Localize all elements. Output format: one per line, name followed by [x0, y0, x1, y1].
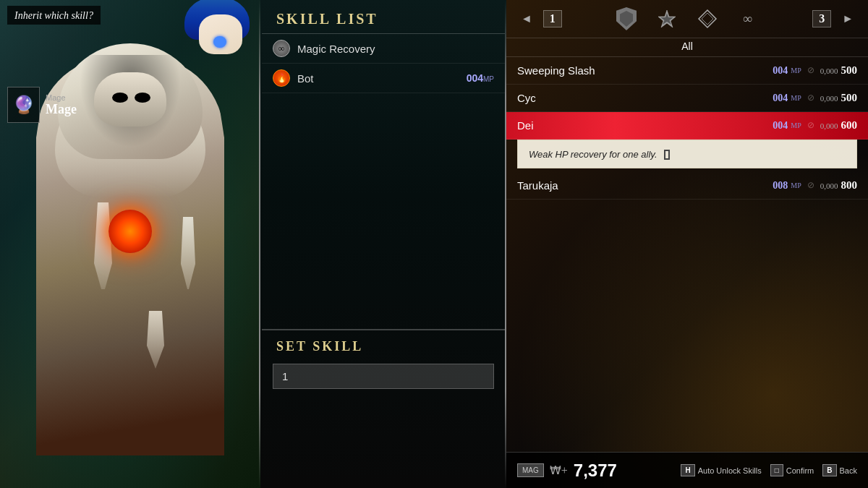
char-class: Mage — [46, 93, 137, 102]
mag-area: MAG ₩+ 7,377 — [517, 461, 617, 481]
skill-name-sweeping-slash: Sweeping Slash — [517, 64, 773, 77]
inherit-prompt: Inherit which skill? — [7, 6, 101, 25]
skill-item-magic-recovery[interactable]: ∞ Magic Recovery — [262, 34, 505, 64]
nav-page-num: 1 — [543, 10, 562, 27]
nav-icons: ∞ — [569, 6, 805, 32]
blue-face — [199, 14, 242, 54]
skill-row-cyc[interactable]: Cyc 004MP ⊘ 0,000500 — [506, 85, 868, 112]
skill-row-sweeping-slash[interactable]: Sweeping Slash 004MP ⊘ 0,000500 — [506, 57, 868, 85]
shield-shape — [616, 7, 637, 30]
mag-icon-sym: ₩+ — [550, 463, 568, 477]
mag-label: MAG — [517, 463, 544, 477]
drip-3 — [145, 311, 166, 369]
nav-icon-diamond[interactable] — [694, 6, 720, 32]
blue-hair-character — [181, 0, 253, 58]
nav-right-arrow[interactable]: ► — [838, 11, 857, 27]
nav-icon-star[interactable] — [654, 6, 680, 32]
control-back[interactable]: B Back — [822, 464, 857, 476]
skill-stats-cyc: 004MP ⊘ 0,000500 — [773, 92, 857, 104]
char-info-box: 🔮 Mage Mage — [7, 87, 137, 123]
infinity-icon: ∞ — [273, 40, 290, 57]
infinity-symbol: ∞ — [744, 12, 753, 27]
char-icon: 🔮 — [7, 87, 40, 123]
skill-name-bot: Bot — [297, 72, 461, 85]
key-h: H — [681, 464, 694, 476]
drip-2 — [181, 217, 195, 289]
skill-stats-tarukaja: 008MP ⊘ 0,000800 — [773, 179, 857, 192]
mag-amount: 7,377 — [574, 461, 617, 481]
skill-tooltip-text: Weak HP recovery for one ally. — [529, 149, 658, 160]
skill-mp-bot: 004MP — [467, 72, 494, 84]
skill-stats-dei: 004MP ⊘ 0,000600 — [773, 119, 857, 132]
char-name: Mage — [46, 102, 137, 117]
nav-left-arrow[interactable]: ◄ — [517, 11, 536, 27]
divider-left — [259, 0, 260, 488]
fire-icon: 🔥 — [273, 69, 290, 87]
all-label: All — [506, 38, 868, 57]
label-confirm: Confirm — [786, 466, 814, 475]
chest-orb — [109, 210, 152, 253]
bottom-bar: MAG ₩+ 7,377 H Auto Unlock Skills □ Conf… — [506, 452, 868, 488]
label-back: Back — [840, 466, 857, 475]
skill-list-title: Skill List — [262, 0, 505, 34]
nav-page-num2: 3 — [812, 10, 831, 27]
skill-tooltip: Weak HP recovery for one ally. — [517, 140, 857, 168]
skill-stats-sweeping-slash: 004MP ⊘ 0,000500 — [773, 64, 857, 77]
skill-item-bot[interactable]: 🔥 Bot 004MP — [262, 64, 505, 93]
nav-bar: ◄ 1 — [506, 0, 868, 38]
skill-name-cyc: Cyc — [517, 92, 773, 104]
control-confirm[interactable]: □ Confirm — [770, 464, 814, 476]
nav-icon-infinity[interactable]: ∞ — [735, 6, 761, 32]
skill-name-magic-recovery: Magic Recovery — [297, 43, 494, 55]
skill-name-tarukaja: Tarukaja — [517, 179, 773, 192]
drip-1 — [94, 202, 112, 289]
cursor — [664, 150, 670, 160]
right-panel: ◄ 1 — [506, 0, 868, 488]
diamond-icon — [697, 9, 718, 29]
label-auto-unlock: Auto Unlock Skills — [698, 466, 762, 475]
skill-name-dei: Dei — [517, 119, 773, 132]
set-skill-title: Set Skill — [262, 330, 505, 360]
key-confirm: □ — [770, 464, 783, 476]
set-skill-area: Set Skill 1 — [262, 329, 505, 488]
nav-icon-shield[interactable] — [613, 6, 639, 32]
inherit-prompt-text: Inherit which skill? — [14, 10, 93, 21]
skill-row-dei[interactable]: Dei 004MP ⊘ 0,000600 — [506, 112, 868, 140]
control-auto-unlock: H Auto Unlock Skills — [681, 464, 761, 476]
skill-row-tarukaja[interactable]: Tarukaja 008MP ⊘ 0,000800 — [506, 172, 868, 200]
controls-area: H Auto Unlock Skills □ Confirm B Back — [681, 464, 857, 476]
key-b: B — [822, 464, 836, 476]
set-skill-slot: 1 — [273, 364, 494, 389]
blue-eye — [213, 36, 226, 48]
star-icon — [657, 9, 677, 29]
shield-inner — [620, 11, 633, 27]
character-area — [0, 0, 260, 488]
